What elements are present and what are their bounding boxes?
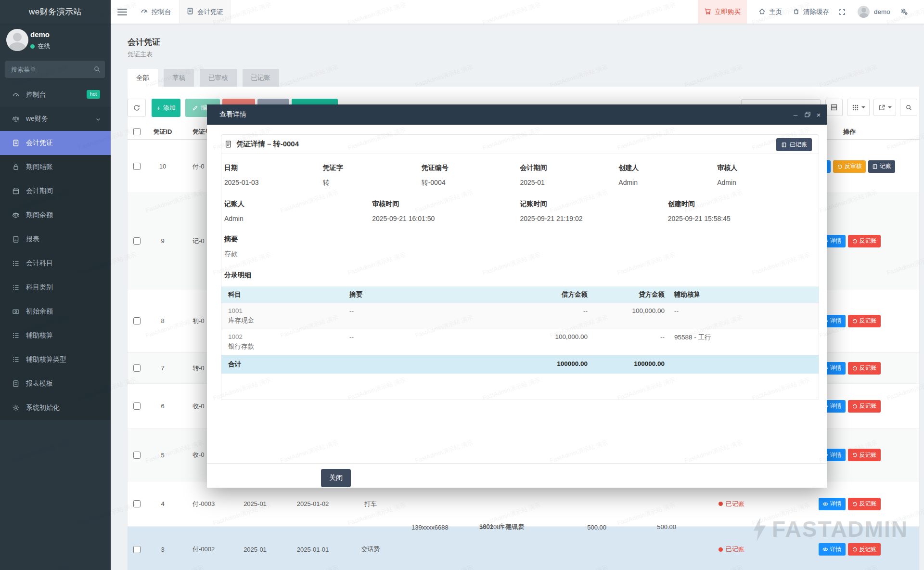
chevron-down-icon	[95, 116, 101, 124]
row-checkbox[interactable]	[133, 452, 141, 459]
online-dot	[30, 44, 35, 49]
voucher-detail-panel: 凭证详情 – 转-0004 已记账 日期2025-01-03 凭证字转 凭证编号…	[221, 134, 819, 400]
topnav-clear-cache[interactable]: 清除缓存	[786, 0, 836, 24]
table-row: 4 付-0003 2025-01 2025-01-02 打车 1001 - 库存…	[128, 481, 919, 526]
fullscreen-icon[interactable]	[832, 0, 853, 24]
row-checkbox[interactable]	[133, 237, 141, 245]
dashboard-icon	[141, 7, 148, 16]
buy-now-button[interactable]: 立即购买	[698, 0, 747, 24]
entry-row: 1001库存现金 -- -- 100,000.00 --	[221, 303, 819, 329]
unpost-button[interactable]: 反记账	[848, 362, 881, 375]
row-checkbox[interactable]	[133, 364, 141, 372]
cart-icon	[704, 8, 711, 16]
topnav-console[interactable]: 控制台	[134, 0, 178, 24]
topnav-home[interactable]: 主页	[752, 0, 789, 24]
refresh-button[interactable]	[128, 99, 146, 117]
trash-icon	[793, 8, 800, 16]
row-checkbox[interactable]	[133, 546, 141, 553]
search-toggle-icon[interactable]	[900, 99, 917, 116]
post-button[interactable]: 记账	[868, 160, 895, 173]
status-badge: 已记账	[719, 500, 744, 508]
summary-label: 摘要	[224, 235, 816, 244]
sidebar-item-voucher[interactable]: 会计凭证	[0, 131, 111, 155]
dialog-titlebar[interactable]: 查看详情	[207, 104, 827, 125]
settings-cogs-icon[interactable]	[893, 0, 915, 24]
tab-audited[interactable]: 已审核	[200, 69, 237, 87]
field: 日期2025-01-03	[224, 164, 323, 187]
tab-posted[interactable]: 已记账	[243, 69, 280, 87]
entry-lines: 1001 - 库存现金 200.00 参加会议 560216 - 交通费 200…	[399, 481, 683, 526]
sidebar: demo 在线 控制台 hot we财务 会计凭证	[0, 24, 111, 570]
summary-value: 存款	[224, 250, 816, 259]
add-button[interactable]: +添加	[152, 99, 180, 117]
field: 审核时间2025-09-21 16:01:50	[372, 200, 520, 222]
hamburger-menu-icon[interactable]	[117, 7, 127, 16]
sidebar-item-reports[interactable]: 报表	[0, 227, 111, 251]
unpost-button[interactable]: 反记账	[848, 400, 881, 413]
hot-badge: hot	[87, 90, 100, 99]
sidebar-item-period-balance[interactable]: 期间余额	[0, 203, 111, 227]
page-subtitle: 凭证主表	[128, 50, 153, 59]
sidebar-item-aux-accounting[interactable]: 辅助核算	[0, 324, 111, 348]
page-title: 会计凭证	[128, 37, 160, 48]
menu-search-input[interactable]	[5, 61, 105, 78]
avatar	[858, 6, 870, 18]
minimize-icon[interactable]: –	[789, 104, 802, 125]
sidebar-item-period-close[interactable]: 期间结账	[0, 155, 111, 179]
user-menu[interactable]: demo	[851, 0, 897, 24]
field-row-1: 日期2025-01-03 凭证字转 凭证编号转-0004 会计期间2025-01…	[221, 164, 819, 187]
voucher-detail-title: 凭证详情 – 转-0004 已记账	[221, 135, 819, 154]
entries-header-row: 科目 摘要 借方金额 贷方金额 辅助核算	[221, 286, 819, 303]
field: 会计期间2025-01	[520, 164, 618, 187]
sidebar-item-aux-type[interactable]: 辅助核算类型	[0, 348, 111, 372]
unpost-button[interactable]: 反记账	[848, 498, 881, 510]
tab-draft[interactable]: 草稿	[164, 69, 194, 87]
columns-dropdown-icon[interactable]	[847, 99, 870, 116]
entries-table: 科目 摘要 借方金额 贷方金额 辅助核算 1001库存现金 -- -- 100,…	[221, 286, 819, 374]
sidebar-item-subjects[interactable]: 会计科目	[0, 251, 111, 275]
unpost-button[interactable]: 反记账	[848, 449, 881, 461]
select-all-checkbox[interactable]	[133, 128, 141, 135]
topnav-voucher[interactable]: 会计凭证	[179, 0, 231, 24]
unpost-button[interactable]: 反记账	[848, 235, 881, 247]
sidebar-search	[5, 61, 105, 78]
field: 凭证编号转-0004	[422, 164, 520, 187]
detail-button[interactable]: 详情	[819, 498, 846, 510]
row-checkbox[interactable]	[133, 500, 141, 507]
view-detail-toggle-icon[interactable]	[825, 99, 843, 116]
app-window: we财务演示站 控制台 会计凭证 立即购买 主页 清除缓存 demo	[0, 0, 924, 570]
row-checkbox[interactable]	[133, 402, 141, 410]
entries-label: 分录明细	[224, 271, 816, 280]
sidebar-item-report-template[interactable]: 报表模板	[0, 372, 111, 396]
row-checkbox[interactable]	[133, 317, 141, 324]
dialog-footer: 关闭	[207, 463, 827, 488]
field: 创建时间2025-09-21 15:58:45	[668, 200, 816, 222]
unaudit-button[interactable]: 反审核	[833, 160, 866, 173]
unpost-button[interactable]: 反记账	[848, 315, 881, 327]
entries-total-row: 合计 100000.00 100000.00	[221, 355, 819, 374]
entry-lines: 1001 - 库存现金 500.00 139xxxx6688 560208 - …	[399, 527, 683, 570]
posted-badge: 已记账	[776, 138, 812, 151]
status-tabs: 全部 草稿 已审核 已记账	[128, 69, 279, 87]
col-header-id[interactable]: 凭证ID	[146, 124, 180, 139]
sidebar-item-wefinance[interactable]: we财务	[0, 107, 111, 131]
home-icon	[758, 8, 766, 16]
close-button[interactable]: 关闭	[321, 469, 351, 487]
export-dropdown-icon[interactable]	[873, 99, 896, 116]
close-icon[interactable]: ×	[812, 104, 825, 125]
sidebar-item-system-init[interactable]: 系统初始化	[0, 396, 111, 420]
row-checkbox[interactable]	[133, 163, 141, 170]
sidebar-item-period[interactable]: 会计期间	[0, 179, 111, 203]
detail-button[interactable]: 详情	[819, 543, 846, 556]
sidebar-item-subject-category[interactable]: 科目类别	[0, 275, 111, 299]
view-detail-dialog: 查看详情 – × 凭证详情 – 转-0004 已记账 日期2025-01-03 …	[207, 104, 827, 488]
sidebar-item-console[interactable]: 控制台 hot	[0, 83, 111, 107]
unpost-button[interactable]: 反记账	[848, 543, 881, 556]
table-row: 3 付-0002 2025-01 2025-01-01 交话费 1001 - 库…	[128, 526, 919, 570]
sidebar-user-name: demo	[30, 30, 50, 39]
tab-all[interactable]: 全部	[128, 69, 158, 87]
sidebar-item-initial-balance[interactable]: 初始余额	[0, 299, 111, 324]
field: 记账时间2025-09-21 21:19:02	[520, 200, 668, 222]
field: 审核人Admin	[717, 164, 816, 187]
search-icon	[93, 65, 101, 74]
